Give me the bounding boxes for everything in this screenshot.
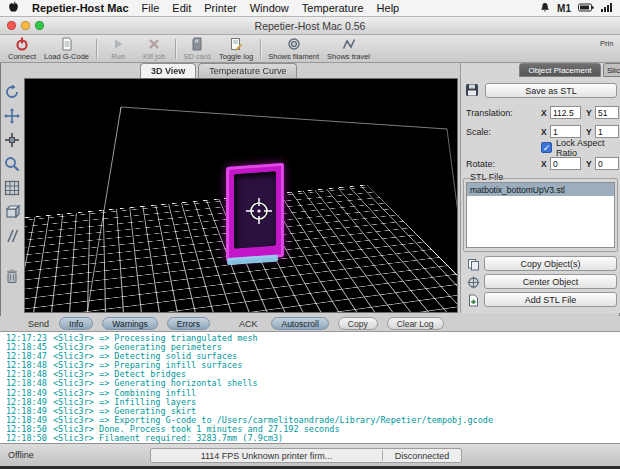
sd-card-icon — [190, 37, 204, 51]
stl-file-list[interactable]: matbotix_bottomUpV3.stl — [466, 182, 615, 248]
log-filter-warnings[interactable]: Warnings — [102, 317, 158, 330]
run-button[interactable]: Run — [100, 36, 136, 62]
menu-app-name[interactable]: Repetier-Host Mac — [32, 2, 129, 14]
rotate-view-button[interactable] — [3, 82, 22, 101]
kill-job-label: Kill job — [143, 52, 165, 61]
main-toolbar: Connect Load G-Code Run Kill job SD card… — [0, 35, 620, 63]
apple-menu-icon[interactable] — [8, 1, 19, 15]
scale-x-input[interactable] — [550, 125, 581, 138]
translation-label: Translation: — [466, 108, 513, 118]
move-object-icon — [4, 132, 20, 148]
window-title: Repetier-Host Mac 0.56 — [0, 20, 620, 32]
load-gcode-label: Load G-Code — [44, 52, 89, 61]
translation-x-label: X — [541, 108, 547, 118]
sd-card-button[interactable]: SD card — [179, 36, 215, 62]
viewport-tool-column — [1, 82, 23, 285]
parallel-projection-button[interactable] — [3, 226, 22, 245]
menu-window[interactable]: Window — [250, 2, 289, 14]
shows-filament-label: Shows filament — [268, 52, 319, 61]
lock-aspect-label: Lock Aspect Ratio — [556, 138, 620, 158]
printer-settings-partial-label[interactable]: Prin — [600, 36, 616, 62]
autoscroll-toggle[interactable]: Autoscroll — [271, 317, 328, 330]
power-icon — [15, 37, 29, 51]
menu-printer[interactable]: Printer — [204, 2, 236, 14]
menu-help[interactable]: Help — [377, 2, 400, 14]
tab-3d-view[interactable]: 3D View — [140, 63, 196, 78]
menu-file[interactable]: File — [142, 2, 160, 14]
add-stl-file-button[interactable]: Add STL File — [484, 292, 617, 307]
fps-status-text: 1114 FPS Unknown printer firm... — [151, 451, 382, 461]
window-titlebar[interactable]: Repetier-Host Mac 0.56 — [0, 17, 620, 35]
notification-bell-icon[interactable] — [540, 2, 550, 15]
save-as-stl-button[interactable]: Save as STL — [485, 83, 617, 98]
save-disk-icon[interactable] — [465, 83, 479, 97]
bed-grid-icon — [4, 180, 20, 196]
toolbar-separator — [96, 39, 97, 59]
translation-x-input[interactable] — [550, 106, 581, 119]
rotate-y-label: Y — [586, 159, 592, 169]
rotate-x-label: X — [541, 159, 547, 169]
log-output[interactable]: 12:17:23<Slic3r> => Processing triangula… — [0, 331, 620, 443]
scale-x-label: X — [541, 127, 547, 137]
stl-file-list-item[interactable]: matbotix_bottomUpV3.stl — [467, 183, 614, 196]
log-filter-info[interactable]: Info — [59, 317, 93, 330]
shows-travel-button[interactable]: Shows travel — [323, 36, 374, 62]
toolbar-separator — [260, 39, 261, 59]
filament-icon — [287, 37, 301, 51]
connect-button[interactable]: Connect — [4, 36, 40, 62]
center-object-button[interactable]: Center Object — [484, 274, 617, 289]
kill-job-button[interactable]: Kill job — [136, 36, 172, 62]
log-line: 12:18:50<Slic3r> Filament required: 3283… — [6, 434, 620, 443]
status-m1-label[interactable]: M1 — [557, 3, 571, 14]
connect-label: Connect — [8, 52, 36, 61]
show-object-button[interactable] — [3, 202, 22, 221]
clear-log-button[interactable]: Clear Log — [387, 317, 444, 330]
crosshair-cursor — [245, 197, 273, 225]
scale-y-input[interactable] — [595, 125, 619, 138]
disconnected-status-text: Disconnected — [383, 451, 461, 461]
log-page-icon — [229, 37, 243, 51]
menu-edit[interactable]: Edit — [172, 2, 191, 14]
center-icon — [466, 275, 480, 289]
rotate-icon — [4, 84, 20, 100]
scale-y-label: Y — [586, 127, 592, 137]
kill-x-icon — [147, 37, 161, 51]
log-filter-errors[interactable]: Errors — [167, 317, 210, 330]
tab-temperature-curve[interactable]: Temperature Curve — [198, 63, 297, 78]
move-object-button[interactable] — [3, 130, 22, 149]
signal-icon[interactable] — [601, 3, 612, 14]
shows-travel-label: Shows travel — [327, 52, 370, 61]
load-gcode-button[interactable]: Load G-Code — [40, 36, 93, 62]
menu-temperature[interactable]: Temperature — [302, 2, 364, 14]
cube-icon — [4, 204, 20, 220]
toggle-log-button[interactable]: Toggle log — [215, 36, 257, 62]
send-button[interactable]: Send — [28, 319, 49, 329]
rotate-x-input[interactable] — [550, 157, 581, 170]
travel-path-icon — [342, 37, 356, 51]
shows-filament-button[interactable]: Shows filament — [264, 36, 323, 62]
translation-y-input[interactable] — [595, 106, 619, 119]
zoom-button[interactable] — [3, 154, 22, 173]
log-toolbar: Send Info Warnings Errors ACK Autoscroll… — [0, 316, 620, 331]
magnifier-icon — [4, 156, 20, 172]
toolbar-separator — [175, 39, 176, 59]
gcode-file-icon — [60, 37, 74, 51]
copy-icon — [466, 257, 480, 271]
sd-card-label: SD card — [183, 52, 210, 61]
macos-menubar: Repetier-Host Mac File Edit Printer Wind… — [0, 0, 620, 17]
viewport-tabbar: 3D View Temperature Curve — [140, 63, 299, 78]
tab-object-placement[interactable]: Object Placement — [519, 63, 601, 77]
rotate-label: Rotate: — [466, 159, 495, 169]
3d-viewport[interactable] — [24, 78, 458, 313]
copy-log-button[interactable]: Copy — [338, 317, 378, 330]
copy-object-button[interactable]: Copy Object(s) — [484, 256, 617, 271]
move-view-button[interactable] — [3, 106, 22, 125]
battery-icon[interactable] — [578, 3, 594, 14]
tab-slice[interactable]: Slice — [603, 63, 620, 77]
play-icon — [111, 37, 125, 51]
delete-object-button[interactable] — [3, 266, 22, 285]
rotate-y-input[interactable] — [595, 157, 619, 170]
show-bed-button[interactable] — [3, 178, 22, 197]
move-view-icon — [4, 108, 20, 124]
lock-aspect-checkbox[interactable]: ✓ — [541, 142, 552, 153]
